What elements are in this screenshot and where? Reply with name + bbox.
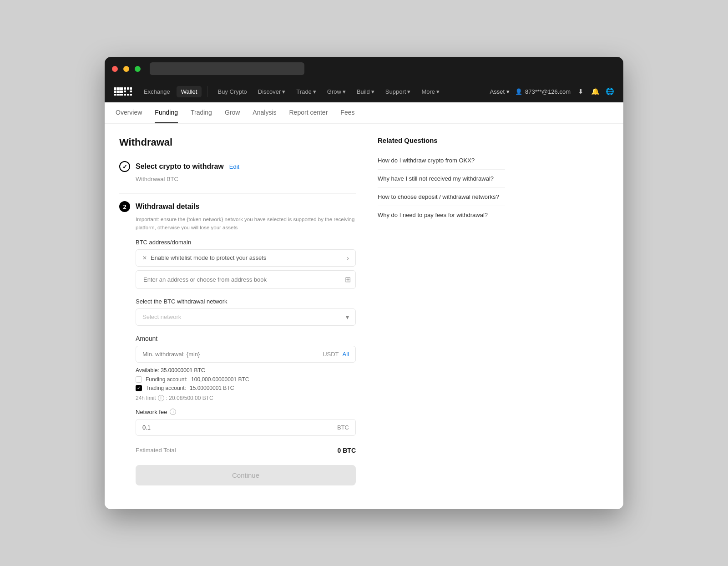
- chevron-down-icon: ▾: [506, 88, 510, 95]
- right-panel: Related Questions How do I withdraw cryp…: [378, 136, 505, 496]
- estimated-row: Estimated Total 0 BTC: [136, 443, 356, 454]
- maximize-btn[interactable]: [135, 66, 141, 72]
- svg-rect-16: [130, 94, 132, 96]
- subnav-fees[interactable]: Fees: [340, 102, 354, 123]
- step-1-title: Select crypto to withdraw: [136, 162, 224, 171]
- subnav-report-center[interactable]: Report center: [289, 102, 328, 123]
- related-question-3[interactable]: How to choose deposit / withdrawal netwo…: [378, 188, 505, 206]
- network-select[interactable]: Select network ▾: [136, 308, 356, 326]
- step-2-icon: 2: [119, 201, 130, 212]
- close-btn[interactable]: [112, 66, 118, 72]
- amount-label: Amount: [136, 335, 356, 342]
- fee-input-wrap: 0.1 BTC: [136, 419, 356, 436]
- funding-account-row: Funding account: 100,000.00000001 BTC: [136, 376, 356, 383]
- nav-tab-wallet[interactable]: Wallet: [177, 86, 202, 97]
- fee-value: 0.1: [142, 424, 337, 431]
- amount-all-button[interactable]: All: [343, 351, 349, 358]
- minimize-btn[interactable]: [123, 66, 129, 72]
- step-1-icon: ✓: [119, 161, 130, 172]
- sub-navigation: Overview Funding Trading Grow Analysis R…: [105, 102, 623, 124]
- nav-item-buy-crypto[interactable]: Buy Crypto: [213, 86, 251, 97]
- address-input[interactable]: [141, 271, 345, 288]
- chevron-down-icon: ▾: [371, 88, 374, 95]
- svg-rect-7: [117, 94, 120, 96]
- amount-input[interactable]: [142, 351, 323, 358]
- subnav-analysis[interactable]: Analysis: [253, 102, 276, 123]
- chevron-down-icon: ▾: [313, 88, 316, 95]
- edit-link[interactable]: Edit: [229, 163, 239, 170]
- main-panel: Withdrawal ✓ Select crypto to withdraw E…: [119, 136, 356, 496]
- nav-item-grow[interactable]: Grow ▾: [323, 86, 350, 97]
- chevron-down-icon: ▾: [407, 88, 410, 95]
- info-icon[interactable]: i: [158, 395, 164, 401]
- whitelist-bar[interactable]: ✕ Enable whitelist mode to protect your …: [136, 249, 356, 267]
- close-icon: ✕: [142, 255, 147, 261]
- amount-input-wrap: USDT All: [136, 346, 356, 363]
- network-select-placeholder: Select network: [142, 313, 181, 320]
- user-info: 👤 873***@126.com: [515, 88, 571, 95]
- svg-rect-9: [124, 87, 126, 90]
- svg-rect-2: [120, 87, 123, 90]
- download-icon[interactable]: ⬇: [576, 87, 585, 96]
- subnav-grow[interactable]: Grow: [225, 102, 240, 123]
- subnav-trading[interactable]: Trading: [191, 102, 212, 123]
- nav-item-trade[interactable]: Trade ▾: [292, 86, 320, 97]
- nav-item-discover[interactable]: Discover ▾: [253, 86, 290, 97]
- nav-item-support[interactable]: Support ▾: [381, 86, 415, 97]
- subnav-overview[interactable]: Overview: [116, 102, 142, 123]
- related-questions-title: Related Questions: [378, 136, 505, 144]
- asset-button[interactable]: Asset ▾: [490, 88, 510, 95]
- address-book-icon[interactable]: ⊞: [345, 275, 351, 284]
- nav-tab-exchange[interactable]: Exchange: [139, 86, 175, 97]
- network-section-label: Select the BTC withdrawal network: [136, 298, 356, 305]
- chevron-down-icon: ▾: [346, 313, 349, 321]
- step-1-subtitle: Withdrawal BTC: [136, 176, 356, 182]
- address-input-wrap: ⊞: [136, 270, 356, 289]
- svg-rect-14: [124, 94, 126, 96]
- page-title: Withdrawal: [119, 136, 356, 148]
- svg-rect-8: [120, 94, 123, 96]
- page-content: Withdrawal ✓ Select crypto to withdraw E…: [105, 124, 623, 509]
- trading-account-row: ✓ Trading account: 15.00000001 BTC: [136, 385, 356, 391]
- available-row: Available: 35.00000001 BTC: [136, 367, 356, 374]
- funding-account-checkbox[interactable]: [136, 376, 142, 383]
- svg-rect-15: [127, 94, 129, 96]
- okx-logo: [114, 87, 134, 96]
- related-question-1[interactable]: How do I withdraw crypto from OKX?: [378, 152, 505, 170]
- step-2-header: 2 Withdrawal details: [119, 201, 356, 212]
- svg-rect-1: [117, 87, 120, 90]
- trading-account-checkbox[interactable]: ✓: [136, 385, 142, 391]
- estimated-value: 0 BTC: [338, 447, 356, 454]
- subnav-funding[interactable]: Funding: [155, 102, 178, 123]
- estimated-label: Estimated Total: [136, 447, 176, 454]
- network-section: Select the BTC withdrawal network Select…: [136, 298, 356, 326]
- whitelist-left: ✕ Enable whitelist mode to protect your …: [142, 254, 266, 261]
- step-divider: [119, 193, 356, 194]
- nav-item-build[interactable]: Build ▾: [352, 86, 379, 97]
- related-question-2[interactable]: Why have I still not received my withdra…: [378, 170, 505, 188]
- amount-currency: USDT: [323, 351, 339, 358]
- svg-rect-5: [117, 91, 120, 93]
- step-2-block: 2 Withdrawal details Important: ensure t…: [119, 201, 356, 485]
- globe-icon[interactable]: 🌐: [605, 87, 614, 96]
- svg-rect-0: [114, 87, 116, 90]
- chevron-right-icon: ›: [347, 254, 349, 262]
- limit-row: 24h limit i : 20.08/500.00 BTC: [136, 395, 356, 401]
- nav-item-more[interactable]: More ▾: [417, 86, 444, 97]
- bell-icon[interactable]: 🔔: [591, 87, 600, 96]
- important-note: Important: ensure the {token-network} ne…: [136, 216, 356, 232]
- address-section-label: BTC address/domain: [136, 239, 356, 246]
- chevron-down-icon: ▾: [282, 88, 285, 95]
- fee-info-icon[interactable]: i: [170, 409, 176, 415]
- navbar: Exchange Wallet Buy Crypto Discover ▾ Tr…: [105, 81, 623, 102]
- step-1-header: ✓ Select crypto to withdraw Edit: [119, 161, 356, 172]
- amount-section: Amount USDT All Available: 35.00000001 B…: [136, 335, 356, 401]
- titlebar: [105, 57, 623, 81]
- continue-button[interactable]: Continue: [136, 465, 356, 485]
- url-bar[interactable]: [150, 62, 304, 75]
- chevron-down-icon: ▾: [436, 88, 440, 95]
- svg-rect-10: [127, 87, 129, 90]
- svg-rect-13: [130, 91, 132, 92]
- related-question-4[interactable]: Why do I need to pay fees for withdrawal…: [378, 206, 505, 224]
- user-icon: 👤: [515, 88, 522, 95]
